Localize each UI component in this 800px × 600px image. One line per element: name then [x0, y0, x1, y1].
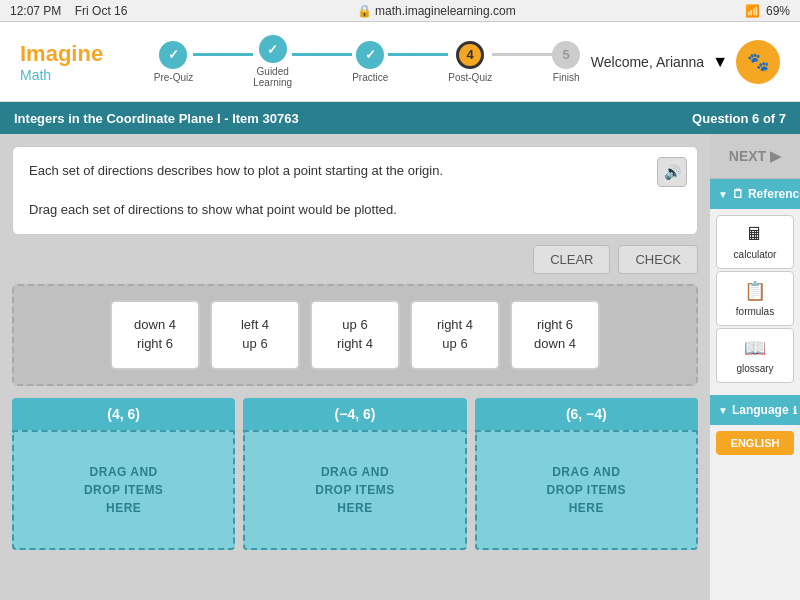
next-label: NEXT	[729, 148, 766, 164]
time: 12:07 PM	[10, 4, 61, 18]
formulas-icon: 📋	[744, 280, 766, 302]
ref-calculator[interactable]: 🖩 calculator	[716, 215, 794, 269]
step-practice[interactable]: Practice	[352, 41, 388, 83]
instruction-line2: Drag each set of directions to show what…	[29, 200, 681, 220]
language-label: Language	[732, 403, 789, 417]
status-time-day: 12:07 PM Fri Oct 16	[10, 4, 127, 18]
ref-formulas[interactable]: 📋 formulas	[716, 271, 794, 326]
welcome-text: Welcome, Arianna	[591, 54, 704, 70]
step-circle-5: 5	[552, 41, 580, 69]
day: Fri Oct 16	[75, 4, 128, 18]
ref-glossary[interactable]: 📖 glossary	[716, 328, 794, 383]
logo-imagine: Imagine	[20, 41, 103, 67]
clear-button[interactable]: CLEAR	[533, 245, 610, 274]
step-label-3: Practice	[352, 72, 388, 83]
step-label-2: GuidedLearning	[253, 66, 292, 88]
formulas-label: formulas	[736, 306, 774, 317]
check-button[interactable]: CHECK	[618, 245, 698, 274]
drag-card-2[interactable]: left 4 up 6	[210, 300, 300, 370]
reference-items: 🖩 calculator 📋 formulas 📖 glossary	[710, 209, 800, 389]
reference-triangle: ▼	[718, 189, 728, 200]
step-label-5: Finish	[553, 72, 580, 83]
drop-zone-3[interactable]: DRAG ANDDROP ITEMSHERE	[475, 430, 698, 550]
connector-3-4	[388, 53, 448, 56]
reference-icon: 🗒	[732, 187, 744, 201]
right-panel: NEXT ▶ ▼ 🗒 Reference 🖩 calculator 📋 form…	[710, 134, 800, 600]
connector-2-3	[292, 53, 352, 56]
connector-4-5	[492, 53, 552, 56]
step-guided[interactable]: GuidedLearning	[253, 35, 292, 88]
calculator-label: calculator	[734, 249, 777, 260]
drop-zone-label-1: (4, 6)	[12, 398, 235, 430]
welcome-area: Welcome, Arianna ▼ 🐾	[591, 40, 780, 84]
next-arrow: ▶	[770, 148, 781, 164]
language-button[interactable]: ENGLISH	[716, 431, 794, 455]
step-circle-2	[259, 35, 287, 63]
drop-zone-1[interactable]: DRAG ANDDROP ITEMSHERE	[12, 430, 235, 550]
drag-card-1[interactable]: down 4 right 6	[110, 300, 200, 370]
left-panel: Each set of directions describes how to …	[0, 134, 710, 600]
status-bar: 12:07 PM Fri Oct 16 🔒 math.imaginelearni…	[0, 0, 800, 22]
step-circle-4: 4	[456, 41, 484, 69]
drop-zone-label-3: (6, −4)	[475, 398, 698, 430]
step-prequiz[interactable]: Pre-Quiz	[154, 41, 193, 83]
step-finish[interactable]: 5 Finish	[552, 41, 580, 83]
status-icons: 📶 69%	[745, 4, 790, 18]
language-info-icon: ℹ	[793, 405, 797, 416]
next-button[interactable]: NEXT ▶	[710, 134, 800, 179]
step-label-4: Post-Quiz	[448, 72, 492, 83]
instruction-box: Each set of directions describes how to …	[12, 146, 698, 235]
sound-button[interactable]: 🔊	[657, 157, 687, 187]
step-circle-3	[356, 41, 384, 69]
question-title: Integers in the Coordinate Plane I - Ite…	[14, 111, 299, 126]
language-panel-header[interactable]: ▼ Language ℹ	[710, 395, 800, 425]
drop-zones-row: (4, 6) DRAG ANDDROP ITEMSHERE (−4, 6) DR…	[12, 398, 698, 550]
drop-zone-container-2: (−4, 6) DRAG ANDDROP ITEMSHERE	[243, 398, 466, 550]
dropdown-icon[interactable]: ▼	[712, 53, 728, 71]
step-label-1: Pre-Quiz	[154, 72, 193, 83]
glossary-label: glossary	[736, 363, 773, 374]
sound-icon: 🔊	[664, 162, 681, 183]
drop-zone-label-2: (−4, 6)	[243, 398, 466, 430]
language-triangle: ▼	[718, 405, 728, 416]
reference-panel-header[interactable]: ▼ 🗒 Reference	[710, 179, 800, 209]
instruction-line1: Each set of directions describes how to …	[29, 161, 681, 181]
progress-steps: Pre-Quiz GuidedLearning Practice 4 Post-…	[143, 35, 591, 88]
step-postquiz[interactable]: 4 Post-Quiz	[448, 41, 492, 83]
logo-math: Math	[20, 67, 103, 83]
drop-zone-container-3: (6, −4) DRAG ANDDROP ITEMSHERE	[475, 398, 698, 550]
lock-icon: 🔒	[357, 4, 372, 18]
drag-card-4[interactable]: right 4 up 6	[410, 300, 500, 370]
main: Each set of directions describes how to …	[0, 134, 800, 600]
drag-card-5[interactable]: right 6 down 4	[510, 300, 600, 370]
url: math.imaginelearning.com	[375, 4, 516, 18]
step-circle-1	[159, 41, 187, 69]
drag-card-3[interactable]: up 6 right 4	[310, 300, 400, 370]
question-bar: Integers in the Coordinate Plane I - Ite…	[0, 102, 800, 134]
glossary-icon: 📖	[744, 337, 766, 359]
wifi-icon: 📶	[745, 4, 760, 18]
url-bar: 🔒 math.imaginelearning.com	[357, 4, 516, 18]
logo-area: Imagine Math	[20, 41, 103, 83]
battery: 69%	[766, 4, 790, 18]
connector-1-2	[193, 53, 253, 56]
drop-zone-container-1: (4, 6) DRAG ANDDROP ITEMSHERE	[12, 398, 235, 550]
action-buttons: CLEAR CHECK	[12, 245, 698, 274]
drag-cards-area: down 4 right 6 left 4 up 6 up 6 right 4 …	[12, 284, 698, 386]
header: Imagine Math Pre-Quiz GuidedLearning Pra…	[0, 22, 800, 102]
reference-label: Reference	[748, 187, 800, 201]
calculator-icon: 🖩	[746, 224, 764, 245]
drop-zone-2[interactable]: DRAG ANDDROP ITEMSHERE	[243, 430, 466, 550]
question-info: Question 6 of 7	[692, 111, 786, 126]
avatar: 🐾	[736, 40, 780, 84]
